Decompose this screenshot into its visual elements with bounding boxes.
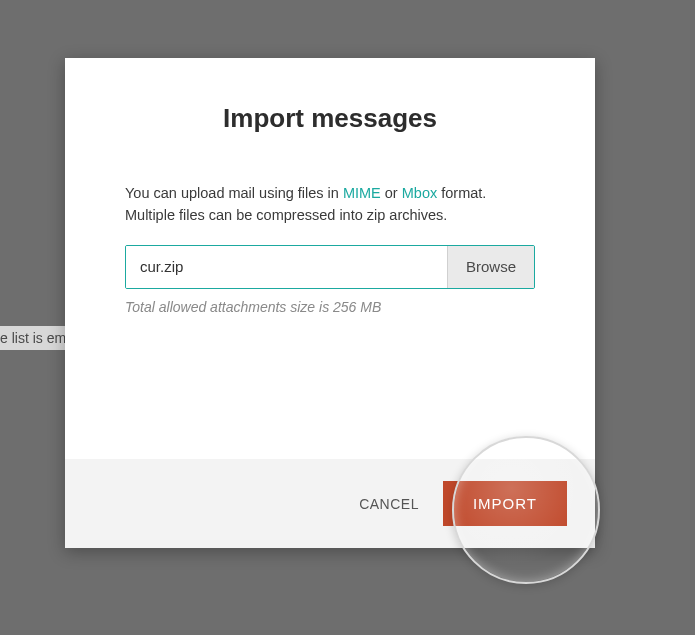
file-input-row: Browse	[125, 245, 535, 289]
description-prefix: You can upload mail using files in	[125, 185, 343, 201]
import-button[interactable]: IMPORT	[443, 481, 567, 526]
background-list-empty-text: e list is em	[0, 326, 70, 350]
import-messages-modal: Import messages You can upload mail usin…	[65, 58, 595, 548]
mime-link[interactable]: MIME	[343, 185, 381, 201]
file-name-input[interactable]	[126, 246, 447, 288]
modal-body: Import messages You can upload mail usin…	[65, 58, 595, 459]
modal-title: Import messages	[125, 103, 535, 134]
attachment-size-hint: Total allowed attachments size is 256 MB	[125, 299, 535, 315]
description-or: or	[381, 185, 402, 201]
mbox-link[interactable]: Mbox	[402, 185, 437, 201]
cancel-button[interactable]: CANCEL	[351, 486, 427, 522]
browse-button[interactable]: Browse	[447, 246, 534, 288]
upload-description: You can upload mail using files in MIME …	[125, 182, 535, 227]
modal-footer: CANCEL IMPORT	[65, 459, 595, 548]
